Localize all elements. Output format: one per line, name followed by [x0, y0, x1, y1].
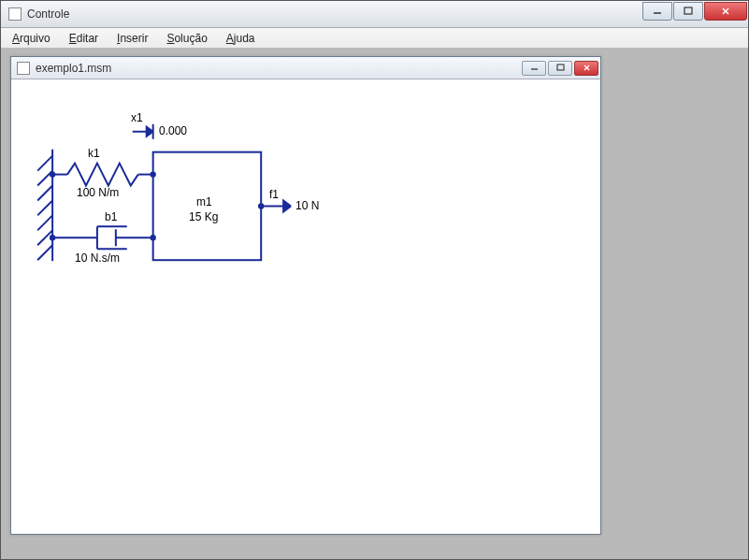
diagram-canvas[interactable]: x1 0.000 k1 100 N/m b1 10 N.s/m m1 15 Kg…: [11, 79, 600, 534]
spring-label: k1: [88, 147, 100, 160]
damper-value: 10 N.s/m: [75, 251, 120, 265]
svg-rect-5: [557, 65, 564, 70]
force-value: 10 N: [295, 199, 319, 212]
close-button[interactable]: [704, 2, 747, 21]
app-title: Controle: [27, 7, 642, 21]
force-label: f1: [269, 188, 279, 201]
menu-arquivo[interactable]: Arquivo: [5, 30, 58, 47]
child-titlebar: exemplo1.msm: [11, 57, 600, 79]
svg-line-12: [37, 200, 52, 215]
svg-line-15: [37, 245, 52, 260]
maximize-button[interactable]: [673, 2, 703, 21]
svg-line-9: [37, 156, 52, 171]
main-titlebar: Controle: [1, 1, 748, 28]
svg-rect-1: [684, 7, 692, 14]
minimize-button[interactable]: [642, 2, 672, 21]
app-icon: [8, 7, 22, 21]
position-label: x1: [131, 111, 143, 124]
mdi-area: exemplo1.msm: [1, 49, 748, 559]
doc-icon: [17, 62, 30, 75]
child-close-button[interactable]: [574, 61, 598, 76]
damper-label: b1: [105, 210, 117, 223]
child-minimize-button[interactable]: [522, 61, 546, 76]
menu-ajuda[interactable]: Ajuda: [219, 30, 263, 47]
svg-line-13: [37, 215, 52, 230]
svg-line-11: [37, 186, 52, 201]
child-title: exemplo1.msm: [36, 62, 522, 75]
child-window: exemplo1.msm: [10, 56, 601, 535]
svg-point-26: [50, 236, 54, 239]
child-maximize-button[interactable]: [548, 61, 572, 76]
window-buttons: [642, 1, 748, 27]
menu-inserir[interactable]: Inserir: [109, 30, 155, 47]
mass-label: m1: [196, 195, 212, 208]
menu-editar[interactable]: Editar: [62, 30, 106, 47]
svg-point-18: [50, 172, 54, 176]
child-window-buttons: [522, 61, 600, 76]
position-value: 0.000: [159, 124, 187, 137]
spring-value: 100 N/m: [77, 186, 119, 199]
mass-value: 15 Kg: [189, 210, 218, 223]
menu-solucao[interactable]: Solução: [159, 30, 214, 47]
menu-bar: Arquivo Editar Inserir Solução Ajuda: [1, 28, 748, 49]
